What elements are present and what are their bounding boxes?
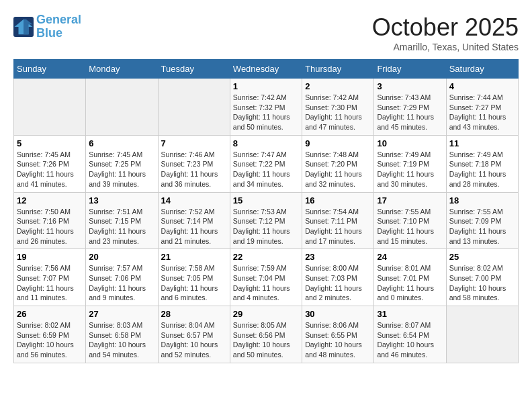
calendar-cell: 13Sunrise: 7:51 AMSunset: 7:15 PMDayligh… [86,192,158,249]
day-number: 6 [89,138,154,148]
day-number: 25 [449,252,515,262]
day-info: Sunrise: 7:59 AMSunset: 7:04 PMDaylight:… [233,263,299,303]
calendar-cell: 30Sunrise: 8:06 AMSunset: 6:55 PMDayligh… [302,306,374,363]
calendar-cell [158,79,230,136]
day-number: 3 [377,81,443,91]
calendar-cell: 4Sunrise: 7:44 AMSunset: 7:27 PMDaylight… [446,79,518,136]
calendar-cell: 9Sunrise: 7:48 AMSunset: 7:20 PMDaylight… [302,135,374,192]
calendar-week-2: 12Sunrise: 7:50 AMSunset: 7:16 PMDayligh… [14,192,519,249]
calendar-cell: 21Sunrise: 7:58 AMSunset: 7:05 PMDayligh… [158,249,230,306]
day-number: 15 [233,195,299,205]
day-info: Sunrise: 8:07 AMSunset: 6:54 PMDaylight:… [377,320,443,360]
calendar-cell: 1Sunrise: 7:42 AMSunset: 7:32 PMDaylight… [230,79,302,136]
day-number: 4 [449,81,515,91]
day-info: Sunrise: 7:56 AMSunset: 7:07 PMDaylight:… [17,263,83,303]
calendar-body: 1Sunrise: 7:42 AMSunset: 7:32 PMDaylight… [14,79,519,363]
calendar-cell: 5Sunrise: 7:45 AMSunset: 7:26 PMDaylight… [14,135,86,192]
day-info: Sunrise: 7:49 AMSunset: 7:18 PMDaylight:… [449,150,515,189]
calendar-cell: 28Sunrise: 8:04 AMSunset: 6:57 PMDayligh… [158,306,230,363]
weekday-header-tuesday: Tuesday [158,60,230,79]
logo-icon [13,17,34,37]
day-info: Sunrise: 7:51 AMSunset: 7:15 PMDaylight:… [89,207,154,246]
day-info: Sunrise: 8:02 AMSunset: 6:59 PMDaylight:… [17,320,83,360]
weekday-header-sunday: Sunday [14,60,86,79]
logo-text: General Blue [36,13,81,40]
day-number: 30 [305,309,371,319]
day-info: Sunrise: 7:57 AMSunset: 7:06 PMDaylight:… [89,263,154,303]
calendar-cell: 15Sunrise: 7:53 AMSunset: 7:12 PMDayligh… [230,192,302,249]
logo: General Blue [13,13,81,40]
calendar-week-1: 5Sunrise: 7:45 AMSunset: 7:26 PMDaylight… [14,135,519,192]
page-header: General Blue October 2025 Amarillo, Texa… [13,13,519,52]
day-info: Sunrise: 8:06 AMSunset: 6:55 PMDaylight:… [305,320,371,360]
day-info: Sunrise: 7:52 AMSunset: 7:14 PMDaylight:… [161,207,227,246]
weekday-header-saturday: Saturday [446,60,518,79]
calendar-cell: 14Sunrise: 7:52 AMSunset: 7:14 PMDayligh… [158,192,230,249]
calendar-cell: 17Sunrise: 7:55 AMSunset: 7:10 PMDayligh… [374,192,446,249]
calendar-cell: 31Sunrise: 8:07 AMSunset: 6:54 PMDayligh… [374,306,446,363]
calendar-week-0: 1Sunrise: 7:42 AMSunset: 7:32 PMDaylight… [14,79,519,136]
title-block: October 2025 Amarillo, Texas, United Sta… [372,13,519,52]
calendar-cell: 3Sunrise: 7:43 AMSunset: 7:29 PMDaylight… [374,79,446,136]
day-info: Sunrise: 7:45 AMSunset: 7:26 PMDaylight:… [17,150,83,189]
day-info: Sunrise: 7:48 AMSunset: 7:20 PMDaylight:… [305,150,371,189]
day-info: Sunrise: 7:42 AMSunset: 7:30 PMDaylight:… [305,93,371,132]
day-info: Sunrise: 7:44 AMSunset: 7:27 PMDaylight:… [449,93,515,132]
day-number: 10 [377,138,443,148]
day-number: 13 [89,195,154,205]
day-number: 14 [161,195,227,205]
location: Amarillo, Texas, United States [372,42,519,52]
calendar-week-4: 26Sunrise: 8:02 AMSunset: 6:59 PMDayligh… [14,306,519,363]
day-info: Sunrise: 7:50 AMSunset: 7:16 PMDaylight:… [17,207,83,246]
weekday-header-friday: Friday [374,60,446,79]
day-info: Sunrise: 7:55 AMSunset: 7:10 PMDaylight:… [377,207,443,246]
day-number: 22 [233,252,299,262]
calendar-cell: 20Sunrise: 7:57 AMSunset: 7:06 PMDayligh… [86,249,158,306]
day-number: 23 [305,252,371,262]
day-number: 31 [377,309,443,319]
day-number: 1 [233,81,299,91]
day-number: 27 [89,309,154,319]
calendar-cell: 6Sunrise: 7:45 AMSunset: 7:25 PMDaylight… [86,135,158,192]
calendar-cell: 11Sunrise: 7:49 AMSunset: 7:18 PMDayligh… [446,135,518,192]
day-number: 21 [161,252,227,262]
day-info: Sunrise: 7:46 AMSunset: 7:23 PMDaylight:… [161,150,227,189]
calendar-cell: 25Sunrise: 8:02 AMSunset: 7:00 PMDayligh… [446,249,518,306]
calendar-cell: 12Sunrise: 7:50 AMSunset: 7:16 PMDayligh… [14,192,86,249]
calendar-cell: 23Sunrise: 8:00 AMSunset: 7:03 PMDayligh… [302,249,374,306]
day-info: Sunrise: 7:58 AMSunset: 7:05 PMDaylight:… [161,263,227,303]
calendar-cell: 29Sunrise: 8:05 AMSunset: 6:56 PMDayligh… [230,306,302,363]
calendar-cell: 16Sunrise: 7:54 AMSunset: 7:11 PMDayligh… [302,192,374,249]
day-info: Sunrise: 7:42 AMSunset: 7:32 PMDaylight:… [233,93,299,132]
day-number: 12 [17,195,83,205]
day-number: 18 [449,195,515,205]
day-number: 24 [377,252,443,262]
calendar-cell: 10Sunrise: 7:49 AMSunset: 7:19 PMDayligh… [374,135,446,192]
day-info: Sunrise: 8:02 AMSunset: 7:00 PMDaylight:… [449,263,515,303]
day-number: 2 [305,81,371,91]
day-number: 9 [305,138,371,148]
day-info: Sunrise: 7:53 AMSunset: 7:12 PMDaylight:… [233,207,299,246]
calendar-cell: 24Sunrise: 8:01 AMSunset: 7:01 PMDayligh… [374,249,446,306]
month-title: October 2025 [372,13,519,42]
day-info: Sunrise: 8:05 AMSunset: 6:56 PMDaylight:… [233,320,299,360]
day-number: 11 [449,138,515,148]
calendar-table: SundayMondayTuesdayWednesdayThursdayFrid… [13,59,519,363]
day-number: 29 [233,309,299,319]
calendar-header: SundayMondayTuesdayWednesdayThursdayFrid… [14,60,519,79]
day-info: Sunrise: 8:00 AMSunset: 7:03 PMDaylight:… [305,263,371,303]
day-number: 19 [17,252,83,262]
day-info: Sunrise: 7:47 AMSunset: 7:22 PMDaylight:… [233,150,299,189]
day-number: 7 [161,138,227,148]
calendar-cell: 19Sunrise: 7:56 AMSunset: 7:07 PMDayligh… [14,249,86,306]
calendar-cell [446,306,518,363]
calendar-cell [86,79,158,136]
calendar-week-3: 19Sunrise: 7:56 AMSunset: 7:07 PMDayligh… [14,249,519,306]
calendar-cell: 26Sunrise: 8:02 AMSunset: 6:59 PMDayligh… [14,306,86,363]
day-info: Sunrise: 8:03 AMSunset: 6:58 PMDaylight:… [89,320,154,360]
calendar-cell: 7Sunrise: 7:46 AMSunset: 7:23 PMDaylight… [158,135,230,192]
day-info: Sunrise: 7:49 AMSunset: 7:19 PMDaylight:… [377,150,443,189]
day-number: 8 [233,138,299,148]
calendar-cell: 18Sunrise: 7:55 AMSunset: 7:09 PMDayligh… [446,192,518,249]
calendar-cell: 22Sunrise: 7:59 AMSunset: 7:04 PMDayligh… [230,249,302,306]
